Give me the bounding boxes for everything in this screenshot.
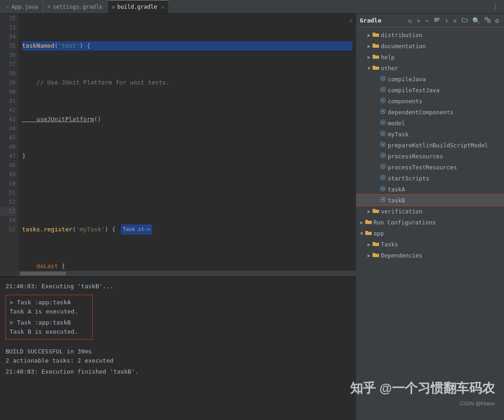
tree-label-processTestResources: processTestResources bbox=[388, 164, 457, 171]
tree-label-documentation: documentation bbox=[381, 43, 426, 50]
tab-build-gradle[interactable]: ⚙ build.gradle ✕ bbox=[108, 0, 169, 13]
gradle-search-btn[interactable]: 🔍 bbox=[471, 17, 481, 25]
tree-item-processTestResources[interactable]: ▶ processTestResources bbox=[356, 162, 504, 173]
gradle-link-btn[interactable] bbox=[432, 16, 442, 25]
svg-point-18 bbox=[382, 144, 384, 146]
tree-arrow-tasks[interactable]: ▶ bbox=[365, 242, 373, 247]
gradle-panel: Gradle ↻ + − ↑ ✕ 🔍 ⚙ bbox=[356, 14, 504, 420]
gradle-refresh-btn[interactable]: ↻ bbox=[407, 17, 413, 25]
code-line-36 bbox=[22, 188, 352, 197]
tree-arrow-other[interactable]: ▼ bbox=[365, 66, 373, 71]
tree-item-other[interactable]: ▼ other bbox=[356, 62, 504, 73]
tree-label-taskA: taskA bbox=[388, 186, 405, 193]
tree-item-distribution[interactable]: ▶ distribution bbox=[356, 29, 504, 40]
editor-terminal-split: 3233343536 3738394041 4243444546 4748495… bbox=[0, 14, 356, 420]
tree-item-taskB[interactable]: ▶ taskB bbox=[356, 195, 504, 206]
gradle-expand-btn[interactable] bbox=[483, 17, 492, 25]
svg-point-24 bbox=[382, 177, 384, 179]
tree-arrow-documentation[interactable]: ▶ bbox=[365, 44, 373, 49]
tree-arrow-run-configs[interactable]: ▶ bbox=[358, 220, 365, 225]
tree-label-tasks: Tasks bbox=[381, 241, 398, 248]
tree-arrow-dependencies[interactable]: ▶ bbox=[365, 253, 373, 258]
tree-item-dependencies[interactable]: ▶ Dependencies bbox=[356, 250, 504, 261]
task-icon-taskA bbox=[380, 185, 386, 193]
tab-close-icon[interactable]: ✕ bbox=[161, 5, 164, 10]
tree-label-dependencies: Dependencies bbox=[381, 252, 422, 259]
gradle-header: Gradle ↻ + − ↑ ✕ 🔍 ⚙ bbox=[356, 14, 504, 28]
svg-point-28 bbox=[382, 199, 384, 201]
tree-label-dependentComponents: dependentComponents bbox=[388, 109, 453, 116]
tree-item-startScripts[interactable]: ▶ startScripts bbox=[356, 173, 504, 184]
task-icon-dependentComponents bbox=[380, 108, 386, 116]
folder-icon-help bbox=[373, 54, 379, 61]
folder-icon-documentation bbox=[373, 43, 379, 50]
tree-item-taskA[interactable]: ▶ taskA bbox=[356, 184, 504, 195]
gradle-remove-btn[interactable]: − bbox=[424, 17, 430, 25]
folder-icon-tasks bbox=[373, 241, 379, 248]
tree-label-app: app bbox=[374, 230, 384, 237]
svg-point-20 bbox=[382, 155, 384, 157]
tree-item-tasks[interactable]: ▶ Tasks bbox=[356, 239, 504, 250]
settings-gradle-icon: ⚙ bbox=[48, 4, 51, 9]
tree-item-run-configurations[interactable]: ▶ Run Configurations bbox=[356, 217, 504, 228]
build-success-line: BUILD SUCCESSFUL in 39ms bbox=[6, 347, 351, 356]
tree-item-app[interactable]: ▼ app bbox=[356, 228, 504, 239]
task-icon-startScripts bbox=[380, 174, 386, 182]
svg-point-12 bbox=[382, 111, 384, 112]
svg-rect-0 bbox=[434, 18, 440, 19]
tree-label-verification: verification bbox=[381, 208, 422, 215]
task-b-header: > Task :app:taskB bbox=[10, 318, 89, 327]
code-line-38: doLast { bbox=[22, 262, 352, 271]
tree-item-components[interactable]: ▶ components bbox=[356, 95, 504, 106]
tree-label-myTask: myTask bbox=[388, 131, 408, 138]
gradle-down-btn[interactable]: ✕ bbox=[452, 17, 458, 25]
task-a-output: Task A is executed. bbox=[10, 307, 89, 316]
tree-item-help[interactable]: ▶ help bbox=[356, 51, 504, 62]
code-editor[interactable]: 3233343536 3738394041 4243444546 4748495… bbox=[0, 14, 356, 276]
tree-label-processResources: processResources bbox=[388, 153, 443, 160]
tab-settings-gradle[interactable]: ⚙ settings.gradle bbox=[43, 0, 108, 13]
code-content[interactable]: taskNamed('test') { // Use JUnit Platfor… bbox=[18, 14, 356, 276]
tree-item-documentation[interactable]: ▶ documentation bbox=[356, 40, 504, 51]
tree-arrow-verification[interactable]: ▶ bbox=[365, 209, 373, 214]
h-scrollbar[interactable] bbox=[18, 271, 356, 276]
task-b-output: Task B is executed. bbox=[10, 327, 89, 336]
tree-label-compileJava: compileJava bbox=[388, 76, 426, 83]
tree-item-compileTestJava[interactable]: ▶ compileTestJava bbox=[356, 84, 504, 95]
terminal-executing-line: 21:40:03: Executing 'taskB'... bbox=[6, 282, 351, 291]
task-a-header: > Task :app:taskA bbox=[10, 298, 89, 307]
tree-arrow-help[interactable]: ▶ bbox=[365, 55, 373, 60]
tab-build-gradle-label: build.gradle bbox=[117, 4, 157, 10]
gradle-tree[interactable]: ▶ distribution ▶ documentation bbox=[356, 28, 504, 420]
svg-point-8 bbox=[382, 89, 384, 90]
gradle-add-btn[interactable]: + bbox=[415, 17, 422, 25]
tree-item-verification[interactable]: ▶ verification bbox=[356, 206, 504, 217]
tree-item-dependentComponents[interactable]: ▶ dependentComponents bbox=[356, 106, 504, 118]
tree-item-model[interactable]: ▶ model bbox=[356, 118, 504, 129]
folder-icon-run-configs bbox=[365, 219, 372, 226]
tree-arrow-app[interactable]: ▼ bbox=[358, 231, 365, 236]
tree-item-prepareKotlin[interactable]: ▶ prepareKotlinBuildScriptModel bbox=[356, 140, 504, 151]
code-line-34: useJUnitPlatform() bbox=[22, 115, 352, 124]
tree-item-myTask[interactable]: ▶ myTask bbox=[356, 129, 504, 140]
gradle-up-btn[interactable]: ↑ bbox=[443, 17, 450, 25]
tree-item-compileJava[interactable]: ▶ compileJava bbox=[356, 73, 504, 84]
tree-arrow-distribution[interactable]: ▶ bbox=[365, 33, 373, 38]
code-line-32: taskNamed('test') { bbox=[22, 41, 352, 50]
gradle-folder-btn[interactable] bbox=[460, 17, 469, 25]
svg-point-16 bbox=[382, 133, 384, 134]
terminal-pane: 21:40:03: Executing 'taskB'... > Task :a… bbox=[0, 276, 356, 420]
java-file-icon: ☕ bbox=[6, 4, 9, 9]
folder-icon-verification bbox=[373, 208, 379, 215]
checkmark-icon: ✓ bbox=[350, 17, 353, 24]
actionable-line: 2 actionable tasks: 2 executed bbox=[6, 356, 351, 365]
svg-point-22 bbox=[382, 166, 384, 168]
svg-point-6 bbox=[382, 78, 384, 79]
folder-icon-dependencies bbox=[373, 252, 379, 259]
app-window: ☕ App.java ⚙ settings.gradle ⚙ build.gra… bbox=[0, 0, 504, 420]
tab-app-java[interactable]: ☕ App.java bbox=[2, 0, 43, 13]
tree-item-processResources[interactable]: ▶ processResources bbox=[356, 151, 504, 162]
gradle-settings-btn[interactable]: ⚙ bbox=[494, 17, 500, 25]
tab-more-button[interactable]: ⋮ bbox=[489, 3, 502, 10]
tree-label-distribution: distribution bbox=[381, 32, 422, 39]
